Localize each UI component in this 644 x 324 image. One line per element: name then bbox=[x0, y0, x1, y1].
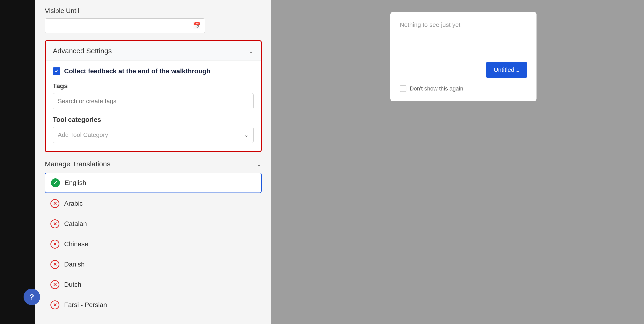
manage-translations-title: Manage Translations bbox=[45, 160, 110, 168]
date-input-row[interactable]: 📅 bbox=[45, 18, 205, 33]
language-name-chinese: Chinese bbox=[64, 240, 88, 248]
dont-show-checkbox[interactable] bbox=[400, 85, 406, 92]
dont-show-label: Don't show this again bbox=[410, 85, 463, 92]
chinese-x-icon bbox=[50, 240, 60, 248]
language-name-dutch: Dutch bbox=[64, 281, 81, 288]
question-icon: ? bbox=[30, 293, 34, 302]
checkmark-icon: ✓ bbox=[55, 68, 59, 74]
advanced-settings-body: ✓ Collect feedback at the end of the wal… bbox=[46, 61, 261, 151]
language-item-arabic[interactable]: Arabic bbox=[45, 194, 262, 213]
farsi-x-icon bbox=[50, 300, 60, 310]
tags-section: Tags bbox=[53, 82, 254, 109]
nothing-to-see-text: Nothing to see just yet bbox=[400, 21, 527, 28]
dutch-x-icon bbox=[50, 280, 60, 289]
tags-input[interactable] bbox=[53, 93, 254, 109]
manage-translations-header[interactable]: Manage Translations ⌄ bbox=[45, 154, 262, 173]
language-item-dutch[interactable]: Dutch bbox=[45, 275, 262, 294]
sidebar-strip bbox=[0, 0, 35, 324]
language-name-catalan: Catalan bbox=[64, 220, 87, 228]
help-button[interactable]: ? bbox=[24, 289, 40, 305]
language-item-catalan[interactable]: Catalan bbox=[45, 214, 262, 234]
catalan-x-icon bbox=[50, 220, 60, 228]
feedback-label: Collect feedback at the end of the walkt… bbox=[64, 66, 210, 76]
calendar-icon: 📅 bbox=[193, 22, 201, 30]
feedback-checkbox[interactable]: ✓ bbox=[53, 68, 60, 75]
advanced-settings-header[interactable]: Advanced Settings ⌄ bbox=[46, 41, 261, 61]
feedback-row: ✓ Collect feedback at the end of the wal… bbox=[53, 66, 254, 76]
language-name-arabic: Arabic bbox=[64, 200, 83, 207]
right-panel: Nothing to see just yet Untitled 1 Don't… bbox=[283, 0, 644, 324]
manage-translations-chevron-icon: ⌄ bbox=[256, 160, 262, 168]
language-list: English Arabic Catalan Chinese Danish bbox=[45, 173, 262, 316]
language-item-english[interactable]: English bbox=[45, 173, 262, 193]
tool-category-dropdown[interactable]: Add Tool Category ⌄ bbox=[53, 127, 254, 143]
danish-x-icon bbox=[50, 260, 60, 269]
chevron-up-icon: ⌄ bbox=[248, 47, 254, 55]
language-name-farsi: Farsi - Persian bbox=[64, 301, 107, 309]
arabic-x-icon bbox=[50, 199, 60, 208]
dropdown-chevron-icon: ⌄ bbox=[244, 132, 249, 138]
tool-category-placeholder: Add Tool Category bbox=[58, 131, 108, 138]
tags-label: Tags bbox=[53, 82, 254, 90]
advanced-settings-box: Advanced Settings ⌄ ✓ Collect feedback a… bbox=[45, 40, 262, 152]
nothing-to-see-card: Nothing to see just yet Untitled 1 Don't… bbox=[390, 12, 536, 101]
manage-translations-section: Manage Translations ⌄ English Arabic Cat… bbox=[45, 154, 262, 316]
tool-categories-section: Tool categories Add Tool Category ⌄ bbox=[53, 116, 254, 143]
visible-until-section: Visible Until: 📅 bbox=[35, 0, 271, 38]
language-item-danish[interactable]: Danish bbox=[45, 255, 262, 274]
tool-categories-label: Tool categories bbox=[53, 116, 254, 124]
untitled-button[interactable]: Untitled 1 bbox=[486, 62, 527, 78]
advanced-settings-title: Advanced Settings bbox=[53, 47, 112, 55]
dont-show-row: Don't show this again bbox=[400, 85, 463, 92]
left-panel: Visible Until: 📅 Advanced Settings ⌄ ✓ C… bbox=[35, 0, 271, 324]
language-name-danish: Danish bbox=[64, 260, 85, 268]
visible-until-label: Visible Until: bbox=[45, 7, 262, 14]
english-check-icon bbox=[51, 178, 60, 187]
language-name-english: English bbox=[64, 179, 86, 186]
language-item-chinese[interactable]: Chinese bbox=[45, 234, 262, 254]
language-item-farsi[interactable]: Farsi - Persian bbox=[45, 295, 262, 314]
